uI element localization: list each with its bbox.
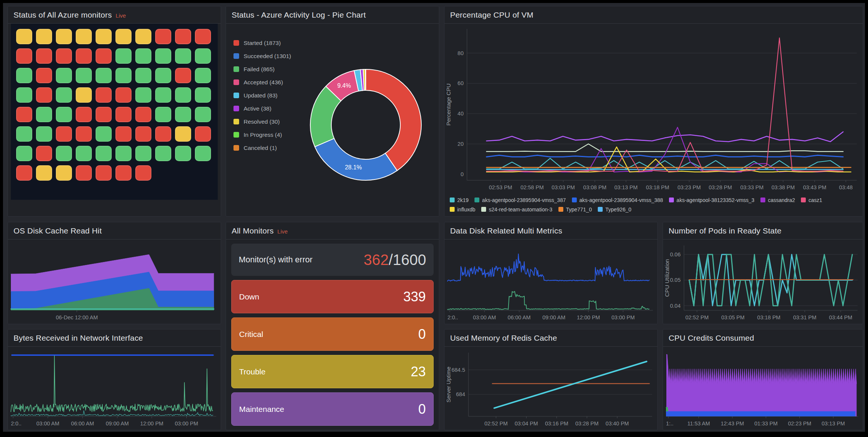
cpu-line-chart[interactable]: 020406080Percentage CPU02:53 PM02:58 PM0… bbox=[444, 24, 863, 195]
monitor-status-square[interactable] bbox=[56, 107, 72, 122]
monitor-status-square[interactable] bbox=[175, 68, 191, 83]
monitor-status-square[interactable] bbox=[135, 29, 151, 44]
monitor-status-square[interactable] bbox=[16, 146, 32, 161]
monitor-status-square[interactable] bbox=[56, 29, 72, 44]
cpu-legend-item[interactable]: aks-agentpool-23895904-vmss_387 bbox=[474, 197, 566, 203]
monitor-status-card-down[interactable]: Down339 bbox=[231, 280, 434, 313]
monitor-status-square[interactable] bbox=[175, 87, 191, 103]
monitor-status-square[interactable] bbox=[115, 165, 132, 181]
cpu-legend-item[interactable]: Type771_0 bbox=[558, 207, 592, 213]
monitor-status-square[interactable] bbox=[56, 48, 72, 64]
monitor-status-square[interactable] bbox=[115, 107, 132, 122]
monitor-status-square[interactable] bbox=[76, 146, 92, 161]
monitor-status-square[interactable] bbox=[36, 87, 52, 103]
monitor-status-square[interactable] bbox=[76, 29, 92, 44]
monitor-status-square[interactable] bbox=[96, 29, 112, 44]
monitor-status-square[interactable] bbox=[16, 165, 32, 181]
monitor-status-card-critical[interactable]: Critical0 bbox=[231, 317, 434, 351]
monitor-status-square[interactable] bbox=[135, 87, 151, 103]
cpu-legend-item[interactable]: influxdb bbox=[450, 207, 475, 213]
monitor-status-square[interactable] bbox=[16, 29, 32, 44]
monitor-status-square[interactable] bbox=[115, 146, 132, 161]
monitor-status-square[interactable] bbox=[135, 107, 151, 122]
monitor-status-square[interactable] bbox=[56, 146, 72, 161]
monitor-status-square[interactable] bbox=[155, 87, 171, 103]
monitor-status-square[interactable] bbox=[76, 107, 92, 122]
monitor-status-square[interactable] bbox=[155, 126, 171, 142]
monitor-status-square[interactable] bbox=[115, 68, 132, 83]
monitor-status-square[interactable] bbox=[36, 126, 52, 142]
monitor-status-square[interactable] bbox=[36, 107, 52, 122]
monitor-status-square[interactable] bbox=[135, 146, 151, 161]
monitor-status-square[interactable] bbox=[195, 126, 211, 142]
monitor-status-square[interactable] bbox=[96, 165, 112, 181]
monitor-status-square[interactable] bbox=[76, 126, 92, 142]
monitor-status-square[interactable] bbox=[155, 29, 171, 44]
monitor-status-square[interactable] bbox=[16, 126, 32, 142]
monitor-status-square[interactable] bbox=[36, 165, 52, 181]
monitor-status-square[interactable] bbox=[36, 48, 52, 64]
monitor-status-square[interactable] bbox=[175, 29, 191, 44]
monitor-status-square[interactable] bbox=[56, 68, 72, 83]
monitor-status-square[interactable] bbox=[96, 68, 112, 83]
monitor-status-square[interactable] bbox=[96, 107, 112, 122]
monitor-status-square[interactable] bbox=[155, 146, 171, 161]
pie-slice[interactable] bbox=[366, 69, 421, 171]
monitor-status-square[interactable] bbox=[36, 29, 52, 44]
monitor-status-square[interactable] bbox=[195, 107, 211, 122]
monitor-status-square[interactable] bbox=[115, 126, 132, 142]
credits-area-chart[interactable]: 1:..11:53 AM12:43 PM01:33 PM02:23 PM03:1… bbox=[663, 347, 863, 430]
monitor-status-square[interactable] bbox=[96, 48, 112, 64]
monitor-status-square[interactable] bbox=[155, 48, 171, 64]
bytes-line-chart[interactable]: 2:0..03:00 AM06:00 AM09:00 AM12:00 PM03:… bbox=[8, 347, 221, 430]
monitor-status-square[interactable] bbox=[96, 87, 112, 103]
monitor-status-square[interactable] bbox=[76, 48, 92, 64]
monitor-status-square[interactable] bbox=[175, 107, 191, 122]
monitor-status-square[interactable] bbox=[36, 68, 52, 83]
activity-log-donut-chart[interactable]: 9.4%28.1% bbox=[226, 24, 439, 216]
cpu-legend-item[interactable]: aks-agentpool-23895904-vmss_388 bbox=[572, 197, 663, 203]
monitor-status-square[interactable] bbox=[16, 107, 32, 122]
monitor-status-square[interactable] bbox=[115, 48, 132, 64]
monitor-status-square[interactable] bbox=[56, 165, 72, 181]
monitor-status-square[interactable] bbox=[135, 165, 151, 181]
monitor-status-square[interactable] bbox=[56, 126, 72, 142]
monitor-status-square[interactable] bbox=[16, 68, 32, 83]
monitor-status-square[interactable] bbox=[16, 87, 32, 103]
monitor-status-square[interactable] bbox=[155, 107, 171, 122]
cpu-legend-item[interactable]: casz1 bbox=[801, 197, 822, 203]
monitor-status-square[interactable] bbox=[175, 48, 191, 64]
monitor-status-square[interactable] bbox=[155, 68, 171, 83]
monitor-status-square[interactable] bbox=[175, 146, 191, 161]
monitor-status-square[interactable] bbox=[96, 146, 112, 161]
cpu-legend-item[interactable]: aks-agentpool-38123352-vmss_3 bbox=[669, 197, 754, 203]
cpu-legend-item[interactable]: s24-red-team-automation-3 bbox=[481, 207, 552, 213]
monitor-status-card-trouble[interactable]: Trouble23 bbox=[231, 355, 434, 388]
monitor-status-card-maintenance[interactable]: Maintenance0 bbox=[231, 392, 434, 426]
monitor-status-square[interactable] bbox=[195, 29, 211, 44]
pie-slice[interactable] bbox=[315, 138, 397, 180]
os-disk-area-chart[interactable]: 06-Dec 12:00 AM bbox=[8, 239, 221, 324]
monitor-status-square[interactable] bbox=[195, 68, 211, 83]
cpu-legend-item[interactable]: Type926_0 bbox=[598, 207, 631, 213]
monitor-status-square[interactable] bbox=[96, 126, 112, 142]
monitor-status-square[interactable] bbox=[175, 126, 191, 142]
monitor-status-square[interactable] bbox=[76, 68, 92, 83]
monitor-status-square[interactable] bbox=[115, 87, 132, 103]
monitor-status-square[interactable] bbox=[115, 29, 132, 44]
cpu-legend-item[interactable]: 2k19 bbox=[450, 197, 468, 203]
monitor-status-square[interactable] bbox=[36, 146, 52, 161]
cpu-legend-item[interactable]: cassandra2 bbox=[760, 197, 795, 203]
monitor-status-square[interactable] bbox=[16, 48, 32, 64]
data-disk-line-chart[interactable]: 2:0..03:00 AM06:00 AM09:00 AM12:00 PM03:… bbox=[444, 239, 657, 324]
monitor-status-square[interactable] bbox=[135, 126, 151, 142]
monitor-status-square[interactable] bbox=[195, 48, 211, 64]
monitor-status-square[interactable] bbox=[195, 87, 211, 103]
monitor-status-square[interactable] bbox=[76, 87, 92, 103]
pods-line-chart[interactable]: 0.040.050.06CPU Utilization02:52 PM03:05… bbox=[663, 239, 863, 324]
monitor-status-square[interactable] bbox=[135, 68, 151, 83]
monitors-error-card[interactable]: Monitor(s) with error 362/1600 bbox=[231, 244, 434, 276]
monitor-status-square[interactable] bbox=[56, 87, 72, 103]
monitor-status-square[interactable] bbox=[195, 146, 211, 161]
monitor-status-square[interactable] bbox=[135, 48, 151, 64]
